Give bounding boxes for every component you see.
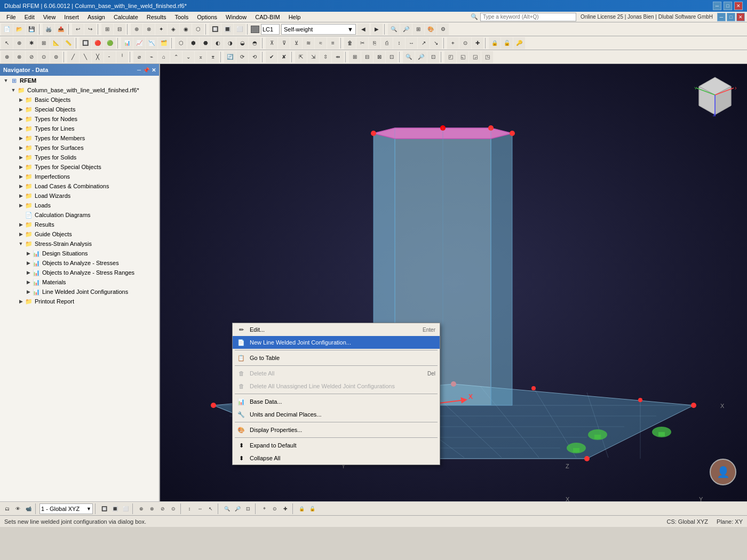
menu-results[interactable]: Results — [142, 13, 171, 21]
open-btn[interactable]: 📂 — [13, 23, 25, 35]
snap-btn[interactable]: ⊞ — [101, 23, 113, 35]
tb-btn-5[interactable]: ⊕ — [131, 23, 142, 35]
tb3-btn-25[interactable]: ⇳ — [320, 51, 331, 63]
bt-btn-4[interactable]: ⊕ — [137, 504, 146, 514]
tree-imperfections[interactable]: ▶ 📁 Imperfections — [0, 172, 159, 181]
tb2-btn-32[interactable]: ↔ — [406, 37, 417, 49]
tb3-btn-30[interactable]: ⊡ — [386, 51, 398, 63]
ctx-base-data[interactable]: 📊 Base Data... — [233, 395, 440, 408]
bt-btn-9[interactable]: ↔ — [195, 504, 205, 514]
tb2-btn-38[interactable]: 🔒 — [489, 37, 500, 49]
bt-btn-15[interactable]: ⊙ — [270, 504, 280, 514]
tree-design-sit[interactable]: ▶ 📊 Design Situations — [0, 249, 159, 258]
tb2-btn-35[interactable]: ⌖ — [447, 37, 459, 49]
tb2-btn-12[interactable]: 📉 — [146, 37, 157, 49]
tb2-btn-28[interactable]: ✂ — [356, 37, 368, 49]
tb3-btn-19[interactable]: ⟳ — [236, 51, 248, 63]
tb2-btn-14[interactable]: ⬡ — [175, 37, 187, 49]
tree-types-surfaces[interactable]: ▶ 📁 Types for Surfaces — [0, 143, 159, 153]
tree-types-nodes[interactable]: ▶ 📁 Types for Nodes — [0, 114, 159, 124]
tb3-btn-27[interactable]: ⊞ — [349, 51, 361, 63]
tb2-btn-13[interactable]: 🗂️ — [158, 37, 170, 49]
load-prev-btn[interactable]: ◀ — [357, 23, 369, 35]
tb2-btn-10[interactable]: 📊 — [121, 37, 133, 49]
tb2-btn-4[interactable]: ⊞ — [38, 37, 50, 49]
lc-selector[interactable]: LC1 — [261, 24, 280, 35]
tb-btn-6[interactable]: ⊗ — [143, 23, 155, 35]
tb3-zoom-in[interactable]: 🔍 — [403, 51, 415, 63]
tb3-btn-12[interactable]: ⌁ — [146, 51, 157, 63]
close-button[interactable]: ✕ — [734, 2, 743, 10]
tb2-btn-19[interactable]: ◒ — [236, 37, 248, 49]
tb3-btn-32[interactable]: ◱ — [457, 51, 468, 63]
tb3-btn-23[interactable]: ⇱ — [295, 51, 307, 63]
menu-window[interactable]: Window — [221, 13, 251, 21]
view-btn-2[interactable]: 🔎 — [400, 23, 412, 35]
menu-file[interactable]: File — [2, 13, 20, 21]
bt-btn-16[interactable]: ✚ — [281, 504, 290, 514]
eye-btn[interactable]: 👁 — [13, 504, 22, 514]
tb3-btn-15[interactable]: ⌄ — [182, 51, 194, 63]
license-min-button[interactable]: ─ — [717, 13, 726, 21]
tb3-btn-33[interactable]: ◲ — [469, 51, 481, 63]
tb3-zoom-fit[interactable]: ⊡ — [427, 51, 439, 63]
tb2-btn-15[interactable]: ⬢ — [187, 37, 199, 49]
tb3-btn-2[interactable]: ⊗ — [13, 51, 25, 63]
tb2-btn-3[interactable]: ✱ — [26, 37, 37, 49]
menu-cad-bim[interactable]: CAD-BIM — [251, 13, 284, 21]
keyword-search-input[interactable] — [480, 13, 576, 21]
tb3-btn-21[interactable]: ✔ — [266, 51, 277, 63]
tree-special-objects[interactable]: ▶ 📁 Special Objects — [0, 105, 159, 114]
minimize-button[interactable]: ─ — [713, 2, 721, 10]
tb2-btn-2[interactable]: ⊕ — [13, 37, 25, 49]
bt-btn-1[interactable]: 🔲 — [99, 504, 109, 514]
license-max-button[interactable]: □ — [727, 13, 735, 21]
tb2-btn-33[interactable]: ↗ — [418, 37, 430, 49]
tb3-btn-20[interactable]: ⟲ — [249, 51, 260, 63]
ctx-goto-table[interactable]: 📋 Go to Table — [233, 351, 440, 364]
tree-results[interactable]: ▶ 📁 Results — [0, 220, 159, 229]
tb2-btn-31[interactable]: ↕ — [393, 37, 405, 49]
tb-btn-7[interactable]: ✦ — [155, 23, 167, 35]
tree-stress-strain[interactable]: ▼ 📁 Stress-Strain Analysis — [0, 239, 159, 249]
nav-minimize-btn[interactable]: ─ — [137, 67, 141, 73]
tb3-btn-17[interactable]: ⌆ — [207, 51, 219, 63]
tree-types-solids[interactable]: ▶ 📁 Types for Solids — [0, 153, 159, 162]
tb3-btn-31[interactable]: ◰ — [444, 51, 456, 63]
ctx-collapse[interactable]: ⬍ Collapse All — [233, 452, 440, 465]
tree-materials[interactable]: ▶ 📊 Materials — [0, 277, 159, 287]
bt-btn-10[interactable]: ↖ — [206, 504, 216, 514]
export-btn[interactable]: 📤 — [55, 23, 67, 35]
view-btn-3[interactable]: ⊞ — [412, 23, 424, 35]
tb2-btn-7[interactable]: 🔲 — [80, 37, 91, 49]
tb3-btn-13[interactable]: ⌂ — [158, 51, 170, 63]
maximize-button[interactable]: □ — [724, 2, 732, 10]
menu-help[interactable]: Help — [284, 13, 305, 21]
tb3-btn-24[interactable]: ⇲ — [307, 51, 319, 63]
tb-btn-8[interactable]: ◈ — [168, 23, 179, 35]
tree-calc-diag[interactable]: ▶ 📄 Calculation Diagrams — [0, 210, 159, 220]
ctx-display-props[interactable]: 🎨 Display Properties... — [233, 423, 440, 436]
bt-btn-13[interactable]: ⊡ — [243, 504, 253, 514]
tree-load-cases[interactable]: ▶ 📁 Load Cases & Combinations — [0, 181, 159, 191]
menu-calculate[interactable]: Calculate — [109, 13, 142, 21]
redo-btn[interactable]: ↪ — [84, 23, 96, 35]
tb2-btn-17[interactable]: ◐ — [212, 37, 224, 49]
menu-tools[interactable]: Tools — [170, 13, 193, 21]
print-btn[interactable]: 🖨️ — [43, 23, 54, 35]
load-next-btn[interactable]: ▶ — [371, 23, 383, 35]
tb2-btn-16[interactable]: ⬣ — [200, 37, 211, 49]
nav-close-btn[interactable]: ✕ — [152, 67, 156, 73]
bt-btn-12[interactable]: 🔎 — [233, 504, 242, 514]
tb2-btn-23[interactable]: ⊻ — [290, 37, 302, 49]
tb3-btn-9[interactable]: ╴ — [104, 51, 116, 63]
grid-btn[interactable]: ⊟ — [114, 23, 125, 35]
tb3-btn-11[interactable]: ⌀ — [133, 51, 145, 63]
tb2-btn-11[interactable]: 📈 — [133, 37, 145, 49]
tb3-btn-1[interactable]: ⊕ — [1, 51, 13, 63]
ctx-units[interactable]: 🔧 Units and Decimal Places... — [233, 408, 440, 421]
tree-basic-objects[interactable]: ▶ 📁 Basic Objects — [0, 95, 159, 105]
tree-obj-stress-ranges[interactable]: ▶ 📊 Objects to Analyze - Stress Ranges — [0, 268, 159, 277]
menu-view[interactable]: View — [39, 13, 60, 21]
bt-btn-3[interactable]: ⬜ — [121, 504, 130, 514]
